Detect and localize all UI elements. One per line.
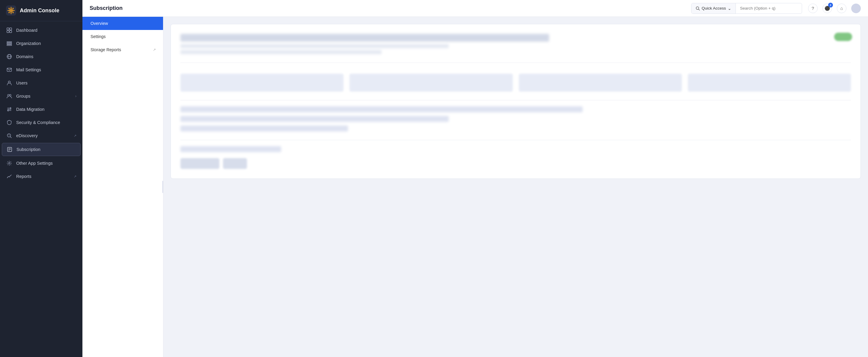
storage-reports-label: Storage Reports (91, 47, 121, 52)
svg-rect-7 (9, 28, 12, 30)
sidebar-item-ediscovery[interactable]: eDiscovery ↗ (0, 129, 83, 142)
blurred-button-1 (180, 158, 219, 169)
svg-rect-5 (12, 12, 14, 13)
svg-line-21 (10, 137, 12, 138)
sidebar-item-users-label: Users (16, 80, 76, 85)
sidebar-header: Admin Console (0, 0, 83, 21)
sidebar-item-appsettings-label: Other App Settings (16, 161, 76, 166)
blurred-section-3 (180, 140, 851, 169)
blurred-row-1 (180, 106, 583, 112)
sidebar-item-security[interactable]: Security & Compliance (0, 116, 83, 129)
sidebar-item-data-migration[interactable]: Data Migration (0, 103, 83, 116)
sidebar-item-ediscovery-label: eDiscovery (16, 133, 74, 138)
blurred-cell-4 (688, 74, 851, 92)
sidebar-item-reports[interactable]: Reports ↗ (0, 170, 83, 183)
topbar-icons: ? ⚫ 2 ⌂ (808, 4, 861, 13)
svg-line-22 (9, 135, 9, 136)
svg-rect-3 (12, 8, 14, 9)
users-icon (6, 80, 12, 86)
sidebar-item-dashboard-label: Dashboard (16, 28, 76, 33)
dashboard-icon (6, 27, 12, 34)
svg-line-29 (699, 9, 700, 10)
settings-label: Settings (91, 34, 106, 39)
reports-icon (6, 173, 12, 180)
app-logo (6, 5, 16, 15)
svg-rect-10 (7, 42, 12, 42)
svg-rect-11 (7, 43, 12, 44)
main-panel (163, 17, 868, 357)
organization-icon (6, 40, 12, 47)
blurred-cell-3 (519, 74, 682, 92)
appsettings-icon (6, 160, 12, 166)
sidebar-item-organization[interactable]: Organization (0, 37, 83, 50)
sub-nav-overview[interactable]: Overview (83, 17, 163, 30)
search-input[interactable] (736, 6, 802, 10)
search-icon (696, 6, 700, 10)
svg-point-20 (7, 134, 11, 137)
migration-icon (6, 106, 12, 112)
notifications-button[interactable]: ⚫ 2 (823, 4, 832, 13)
help-icon: ? (812, 6, 814, 11)
svg-rect-6 (7, 28, 9, 30)
blurred-row-3 (180, 126, 348, 131)
external-link-icon: ↗ (74, 134, 76, 138)
sidebar-item-organization-label: Organization (16, 41, 76, 46)
blurred-row-2 (180, 116, 449, 122)
blurred-subtext-1 (180, 44, 449, 48)
groups-icon (6, 93, 12, 99)
blurred-button-group (180, 158, 851, 169)
user-avatar[interactable] (851, 4, 861, 13)
content-area: Overview Settings Storage Reports ↗ ‹ (83, 17, 868, 357)
content-card (170, 24, 861, 179)
chevron-right-icon: › (75, 94, 76, 98)
overview-label: Overview (91, 21, 108, 26)
sub-nav-settings[interactable]: Settings (83, 30, 163, 43)
quick-access-button[interactable]: Quick Access ⌄ (691, 3, 736, 13)
mail-icon (6, 66, 12, 73)
sidebar-item-reports-label: Reports (16, 174, 74, 179)
chevron-down-icon: ⌄ (728, 6, 731, 11)
sidebar-item-other-app-settings[interactable]: Other App Settings (0, 157, 83, 170)
sidebar-item-mail-label: Mail Settings (16, 67, 76, 72)
sidebar-title: Admin Console (20, 7, 59, 14)
sidebar-item-migration-label: Data Migration (16, 107, 76, 112)
sidebar-item-subscription-label: Subscription (17, 147, 76, 152)
home-button[interactable]: ⌂ (837, 4, 846, 13)
svg-rect-8 (7, 31, 9, 33)
notification-badge: 2 (828, 3, 833, 7)
sidebar-item-groups[interactable]: Groups › (0, 90, 83, 103)
sidebar-item-domains[interactable]: Domains (0, 50, 83, 63)
blurred-section-1 (180, 63, 851, 92)
blurred-subtext-2 (180, 50, 381, 54)
sidebar-item-groups-label: Groups (16, 94, 75, 99)
subscription-icon (6, 146, 13, 153)
topbar: Subscription Quick Access ⌄ ? ⚫ (83, 0, 868, 17)
sidebar-item-users[interactable]: Users (0, 76, 83, 90)
sidebar: Admin Console Dashboard (0, 0, 83, 357)
ediscovery-icon (6, 132, 12, 139)
svg-rect-12 (7, 44, 12, 45)
blurred-row-4 (180, 146, 281, 152)
sidebar-item-dashboard[interactable]: Dashboard (0, 24, 83, 37)
svg-point-27 (9, 163, 10, 164)
svg-rect-2 (8, 8, 10, 9)
main-area: Subscription Quick Access ⌄ ? ⚫ (83, 0, 868, 357)
status-badge (834, 33, 852, 41)
search-bar: Quick Access ⌄ (691, 3, 802, 14)
sidebar-item-subscription[interactable]: Subscription (2, 143, 81, 156)
reports-external-icon: ↗ (74, 174, 76, 178)
blurred-button-2 (223, 158, 247, 169)
blurred-section-2 (180, 100, 851, 131)
svg-rect-4 (8, 12, 10, 13)
sidebar-item-mail-settings[interactable]: Mail Settings (0, 63, 83, 76)
svg-rect-9 (9, 31, 12, 33)
blurred-header (180, 34, 549, 42)
blurred-cell-2 (349, 74, 513, 92)
blurred-grid (180, 74, 851, 92)
sidebar-item-domains-label: Domains (16, 54, 76, 59)
sidebar-collapse-handle[interactable]: ‹ (162, 181, 163, 193)
sub-nav-storage-reports[interactable]: Storage Reports ↗ (83, 43, 163, 56)
domains-icon (6, 53, 12, 60)
help-button[interactable]: ? (808, 4, 818, 13)
sidebar-item-security-label: Security & Compliance (16, 120, 76, 125)
